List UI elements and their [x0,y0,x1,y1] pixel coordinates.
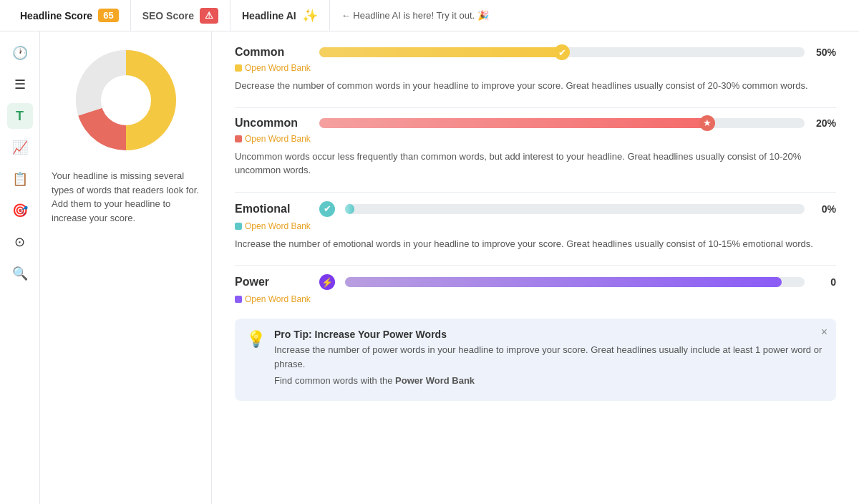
promo-bar: ← Headline AI is here! Try it out. 🎉 [330,10,500,21]
common-word-bank-link[interactable]: Open Word Bank [235,63,836,73]
promo-text: ← Headline AI is here! Try it out. 🎉 [341,10,489,21]
uncommon-bar-track: ★ [319,118,805,128]
common-description: Decrease the number of common words in y… [235,79,836,93]
headline-score-tab[interactable]: Headline Score 65 [9,0,131,32]
common-bar-fill: ✔ [319,47,562,57]
common-badge-icon: ✔ [554,44,570,60]
seo-score-label: SEO Score [142,10,194,21]
pro-tip-content: Pro Tip: Increase Your Power Words Incre… [274,329,825,391]
uncommon-description: Uncommon words occur less frequently tha… [235,150,836,178]
common-metric-section: Common ✔ 50% Open Word Bank Decrease the… [235,46,836,93]
power-metric-section: Power ⚡ 0 Open Word Bank [235,274,836,304]
pro-tip-text2: Find common words with the Power Word Ba… [274,374,825,388]
power-word-bank-link2[interactable]: Power Word Bank [395,375,475,386]
uncommon-bar-row: Uncommon ★ 20% [235,117,836,130]
common-owb-square [235,64,242,72]
divider-3 [235,265,836,266]
chart-up-icon[interactable]: 📈 [7,135,33,160]
common-percent: 50% [810,47,836,58]
emotional-metric-section: Emotional ✔ 0% Open Word Bank Increase t… [235,201,836,251]
common-title: Common [235,46,314,59]
emotional-description: Increase the number of emotional words i… [235,237,836,251]
power-title: Power [235,276,314,289]
seo-score-tab[interactable]: SEO Score ⚠ [131,0,230,32]
power-percent: 0 [810,276,836,288]
headline-ai-tab[interactable]: Headline AI ✨ [230,0,330,32]
search-icon[interactable]: 🔍 [7,261,33,286]
seo-score-badge: ⚠ [200,8,218,24]
svg-point-1 [101,75,151,125]
emotional-title: Emotional [235,203,314,215]
emotional-badge-icon: ✔ [319,201,335,217]
icon-sidebar: 🕐 ☰ T 📈 📋 🎯 ⊙ 🔍 [0,32,40,504]
pro-tip-box: 💡 Pro Tip: Increase Your Power Words Inc… [235,319,836,401]
text-icon[interactable]: T [7,103,33,129]
emotional-bar-track [345,204,805,214]
uncommon-title: Uncommon [235,117,314,130]
power-owb-square [235,296,242,303]
common-bar-row: Common ✔ 50% [235,46,836,59]
headline-ai-label: Headline AI [242,10,296,21]
left-panel: Your headline is missing several types o… [40,32,212,504]
uncommon-bar-fill: ★ [319,118,707,128]
pro-tip-text2-prefix: Find common words with the [274,375,395,386]
pie-chart [69,43,183,158]
sparkle-icon: ✨ [302,8,318,24]
uncommon-metric-section: Uncommon ★ 20% Open Word Bank Uncommon w… [235,117,836,178]
uncommon-word-bank-link[interactable]: Open Word Bank [235,134,836,144]
emotional-percent: 0% [810,203,836,215]
divider-2 [235,192,836,193]
power-word-bank-link[interactable]: Open Word Bank [235,294,836,304]
lightbulb-icon: 💡 [246,330,266,349]
gauge-icon[interactable]: 📋 [7,166,33,192]
headline-score-badge: 65 [98,9,118,22]
emotional-bar-fill [345,204,354,214]
emotional-owb-square [235,223,242,230]
common-bar-track: ✔ [319,47,805,57]
emotional-word-bank-link[interactable]: Open Word Bank [235,221,836,231]
divider-1 [235,107,836,108]
headline-score-label: Headline Score [20,10,92,21]
circle-icon[interactable]: ⊙ [7,229,33,255]
right-content: Common ✔ 50% Open Word Bank Decrease the… [212,32,859,504]
power-bar-track [345,277,805,287]
top-nav: Headline Score 65 SEO Score ⚠ Headline A… [0,0,859,32]
power-bar-fill [345,277,782,287]
main-layout: 🕐 ☰ T 📈 📋 🎯 ⊙ 🔍 [0,32,859,504]
power-badge-icon: ⚡ [319,274,335,290]
target-icon[interactable]: 🎯 [7,198,33,223]
list-icon[interactable]: ☰ [7,72,33,97]
pro-tip-title: Pro Tip: Increase Your Power Words [274,329,825,340]
emotional-bar-row: Emotional ✔ 0% [235,201,836,217]
uncommon-percent: 20% [810,117,836,129]
left-panel-description: Your headline is missing several types o… [52,169,200,225]
pro-tip-close-button[interactable]: × [821,326,828,339]
power-bar-row: Power ⚡ 0 [235,274,836,290]
uncommon-badge-icon: ★ [699,115,715,131]
clock-icon[interactable]: 🕐 [7,40,33,66]
pro-tip-text1: Increase the number of power words in yo… [274,343,825,371]
uncommon-owb-square [235,135,242,142]
